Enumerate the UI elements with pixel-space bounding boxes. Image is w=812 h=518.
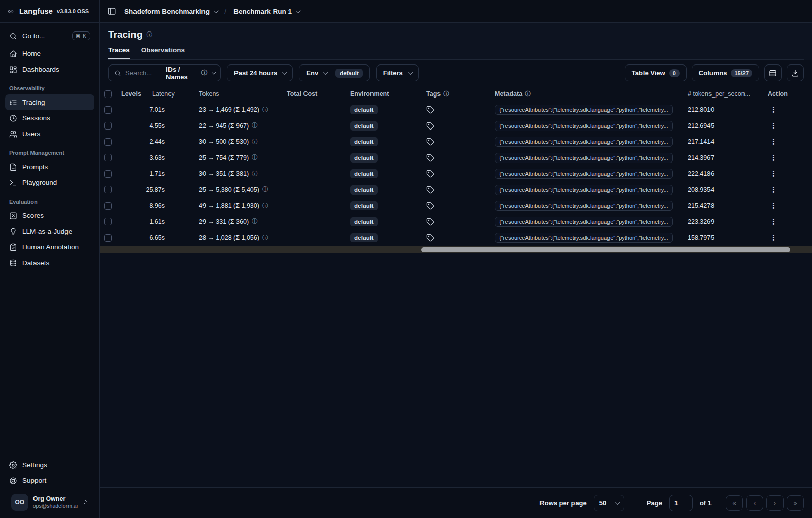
page-number-input[interactable] [669, 495, 693, 511]
cell-tokens: 30 → 351 (Σ 381) ⓘ [194, 170, 282, 178]
row-actions-button[interactable]: ⋮ [763, 137, 812, 146]
rows-per-page-select[interactable]: 50 [594, 495, 624, 511]
select-all-checkbox[interactable] [100, 86, 116, 102]
cell-metadata[interactable]: {"resourceAttributes":{"telemetry.sdk.la… [490, 185, 683, 195]
table-row[interactable]: 3.63s 25 → 754 (Σ 779) ⓘ default {"resou… [100, 150, 812, 167]
cell-tags[interactable] [421, 202, 490, 210]
sidebar-item-tracing[interactable]: Tracing [5, 94, 94, 110]
search-type-selector[interactable]: IDs / Names ⓘ [166, 66, 215, 81]
env-filter-button[interactable]: Env default [299, 64, 370, 81]
cell-tags[interactable] [421, 154, 490, 162]
row-checkbox[interactable] [100, 230, 116, 246]
row-actions-button[interactable]: ⋮ [763, 105, 812, 114]
previous-page-button[interactable]: ‹ [746, 495, 763, 511]
row-checkbox[interactable] [100, 150, 116, 166]
goto-search[interactable]: Go to... ⌘ K [5, 28, 94, 44]
row-checkbox[interactable] [100, 134, 116, 150]
sidebar-item-support[interactable]: Support [5, 473, 94, 489]
panel-toggle-icon[interactable] [107, 7, 116, 16]
export-button[interactable] [787, 64, 804, 81]
header-tokens[interactable]: Tokens [194, 90, 282, 98]
table-row[interactable]: 1.61s 29 → 331 (Σ 360) ⓘ default {"resou… [100, 214, 812, 231]
sidebar-item-sessions[interactable]: Sessions [5, 110, 94, 126]
row-actions-button[interactable]: ⋮ [763, 201, 812, 210]
org-switcher[interactable]: OO Org Owner ops@shadeform.ai [5, 489, 94, 518]
cell-metadata[interactable]: {"resourceAttributes":{"telemetry.sdk.la… [490, 137, 683, 147]
next-page-button[interactable]: › [766, 495, 784, 511]
table-view-button[interactable]: Table View 0 [625, 64, 687, 81]
cell-tags[interactable] [421, 106, 490, 114]
info-icon: ⓘ [252, 138, 258, 146]
header-latency[interactable]: Latency [147, 90, 194, 98]
search-box[interactable]: IDs / Names ⓘ [108, 64, 221, 81]
sidebar-item-label: Home [22, 50, 41, 57]
table-row[interactable]: 6.65s 28 → 1,028 (Σ 1,056) ⓘ default {"r… [100, 230, 812, 246]
first-page-button[interactable]: « [726, 495, 743, 511]
sidebar-item-dashboards[interactable]: Dashboards [5, 61, 94, 77]
cell-tags[interactable] [421, 218, 490, 226]
cell-metadata[interactable]: {"resourceAttributes":{"telemetry.sdk.la… [490, 233, 683, 243]
header-levels[interactable]: Levels [116, 90, 147, 98]
time-range-button[interactable]: Past 24 hours [227, 64, 293, 81]
table-row[interactable]: 7.01s 23 → 1,469 (Σ 1,492) ⓘ default {"r… [100, 102, 812, 118]
row-checkbox[interactable] [100, 214, 116, 230]
horizontal-scrollbar[interactable] [100, 246, 812, 253]
sidebar-item-playground[interactable]: Playground [5, 175, 94, 190]
metadata-json: {"resourceAttributes":{"telemetry.sdk.la… [495, 105, 673, 115]
table-row[interactable]: 4.55s 22 → 945 (Σ 967) ⓘ default {"resou… [100, 118, 812, 135]
columns-button[interactable]: Columns 15/27 [692, 64, 759, 81]
sidebar-item-datasets[interactable]: Datasets [5, 255, 94, 271]
cell-tags[interactable] [421, 122, 490, 130]
row-actions-button[interactable]: ⋮ [763, 153, 812, 163]
row-checkbox[interactable] [100, 166, 116, 182]
header-tokens-per-second[interactable]: # tokens_per_secon... [683, 90, 763, 98]
sidebar-item-home[interactable]: Home [5, 46, 94, 61]
header-total-cost[interactable]: Total Cost [282, 90, 345, 98]
table-view-label: Table View [632, 69, 665, 77]
header-action: Action [763, 90, 812, 98]
sidebar-item-prompts[interactable]: Prompts [5, 159, 94, 175]
row-height-button[interactable] [764, 64, 782, 81]
table-view-count: 0 [669, 69, 680, 77]
tab-traces[interactable]: Traces [108, 46, 130, 59]
header-environment[interactable]: Environment [345, 90, 421, 98]
sidebar-item-scores[interactable]: Scores [5, 208, 94, 223]
sidebar-item-human-annotation[interactable]: Human Annotation [5, 239, 94, 255]
cell-metadata[interactable]: {"resourceAttributes":{"telemetry.sdk.la… [490, 217, 683, 227]
row-checkbox[interactable] [100, 118, 116, 134]
row-actions-button[interactable]: ⋮ [763, 233, 812, 242]
sidebar-item-users[interactable]: Users [5, 126, 94, 142]
project-breadcrumb-label: Benchmark Run 1 [233, 8, 292, 15]
table-row[interactable]: 2.44s 30 → 500 (Σ 530) ⓘ default {"resou… [100, 134, 812, 150]
row-checkbox[interactable] [100, 182, 116, 198]
cell-tags[interactable] [421, 186, 490, 194]
table-row[interactable]: 1.71s 30 → 351 (Σ 381) ⓘ default {"resou… [100, 166, 812, 182]
cell-metadata[interactable]: {"resourceAttributes":{"telemetry.sdk.la… [490, 169, 683, 179]
cell-tags[interactable] [421, 234, 490, 242]
filters-button[interactable]: Filters [376, 64, 419, 81]
sidebar-item-llm-as-a-judge[interactable]: LLM-as-a-Judge [5, 223, 94, 239]
cell-metadata[interactable]: {"resourceAttributes":{"telemetry.sdk.la… [490, 121, 683, 131]
sidebar-item-settings[interactable]: Settings [5, 457, 94, 473]
cell-metadata[interactable]: {"resourceAttributes":{"telemetry.sdk.la… [490, 153, 683, 163]
cell-metadata[interactable]: {"resourceAttributes":{"telemetry.sdk.la… [490, 105, 683, 115]
row-checkbox[interactable] [100, 102, 116, 118]
search-input[interactable] [125, 69, 162, 77]
row-actions-button[interactable]: ⋮ [763, 185, 812, 195]
table-row[interactable]: 25.87s 25 → 5,380 (Σ 5,405) ⓘ default {"… [100, 182, 812, 199]
header-metadata[interactable]: Metadata ⓘ [490, 90, 683, 99]
cell-tags[interactable] [421, 170, 490, 178]
cell-tags[interactable] [421, 138, 490, 146]
project-breadcrumb[interactable]: Benchmark Run 1 [233, 8, 299, 15]
row-actions-button[interactable]: ⋮ [763, 217, 812, 226]
row-actions-button[interactable]: ⋮ [763, 169, 812, 178]
header-tags[interactable]: Tags ⓘ [421, 90, 490, 99]
row-actions-button[interactable]: ⋮ [763, 121, 812, 131]
table-row[interactable]: 8.96s 49 → 1,881 (Σ 1,930) ⓘ default {"r… [100, 198, 812, 214]
last-page-button[interactable]: » [787, 495, 804, 511]
row-checkbox[interactable] [100, 198, 116, 214]
scrollbar-thumb[interactable] [421, 247, 790, 252]
tab-observations[interactable]: Observations [141, 46, 185, 59]
cell-metadata[interactable]: {"resourceAttributes":{"telemetry.sdk.la… [490, 201, 683, 211]
org-breadcrumb[interactable]: Shadeform Benchmarking [124, 8, 217, 15]
